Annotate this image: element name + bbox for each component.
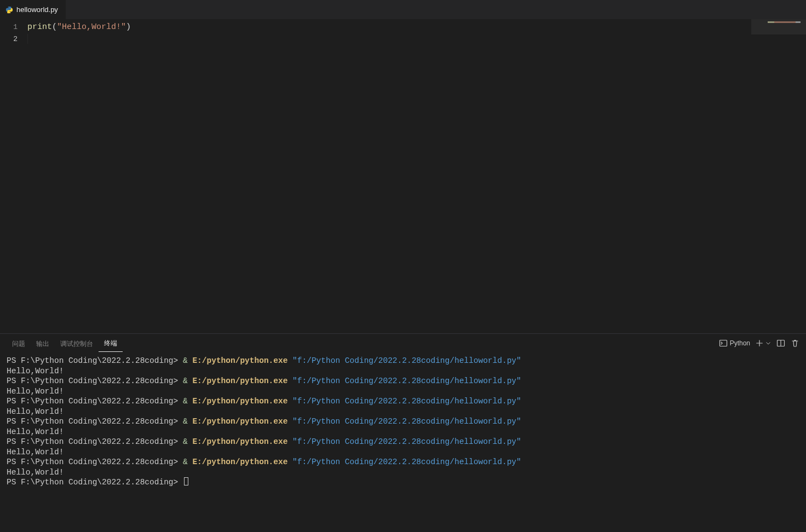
editor-tab-helloworld[interactable]: helloworld.py bbox=[0, 0, 66, 19]
terminal-cursor bbox=[184, 477, 188, 485]
panel-tab-terminal[interactable]: 终端 bbox=[99, 334, 123, 352]
bottom-panel: 问题 输出 调试控制台 终端 Python bbox=[0, 333, 806, 532]
token-function: print bbox=[27, 22, 52, 32]
terminal-shell-selector[interactable]: Python bbox=[719, 339, 750, 348]
kill-terminal-button[interactable] bbox=[791, 339, 799, 348]
minimap[interactable] bbox=[751, 19, 806, 333]
panel-tab-output[interactable]: 输出 bbox=[31, 335, 55, 352]
new-terminal-button[interactable] bbox=[756, 339, 771, 347]
panel-actions: Python bbox=[719, 339, 799, 348]
svg-rect-0 bbox=[719, 340, 727, 346]
terminal-shell-label: Python bbox=[730, 339, 750, 347]
code-line-1: print("Hello,World!") bbox=[27, 22, 131, 32]
panel-tab-debug[interactable]: 调试控制台 bbox=[55, 335, 99, 352]
plus-icon bbox=[756, 339, 763, 347]
token-paren-open: ( bbox=[52, 22, 57, 32]
line-number: 1 bbox=[0, 21, 18, 33]
editor-cursor bbox=[27, 34, 28, 44]
terminal-output[interactable]: PS F:\Python Coding\2022.2.28coding> & E… bbox=[0, 352, 806, 532]
line-number: 2 bbox=[0, 33, 18, 45]
panel-tab-bar: 问题 输出 调试控制台 终端 Python bbox=[0, 334, 806, 352]
split-terminal-button[interactable] bbox=[776, 339, 785, 348]
code-editor[interactable]: 1 2 print("Hello,World!") bbox=[0, 19, 806, 333]
trash-icon bbox=[791, 339, 799, 348]
panel-tab-problems[interactable]: 问题 bbox=[7, 335, 31, 352]
code-content[interactable]: print("Hello,World!") bbox=[27, 19, 751, 333]
code-line-2 bbox=[27, 34, 28, 44]
chevron-down-icon bbox=[765, 340, 771, 346]
line-number-gutter: 1 2 bbox=[0, 19, 27, 333]
split-panel-icon bbox=[776, 339, 785, 348]
editor-tab-filename: helloworld.py bbox=[16, 5, 58, 14]
minimap-line bbox=[768, 21, 801, 23]
python-file-icon bbox=[5, 6, 13, 14]
token-string: "Hello,World!" bbox=[57, 22, 126, 32]
terminal-icon bbox=[719, 339, 728, 348]
token-paren-close: ) bbox=[126, 22, 131, 32]
editor-tab-bar: helloworld.py bbox=[0, 0, 806, 19]
